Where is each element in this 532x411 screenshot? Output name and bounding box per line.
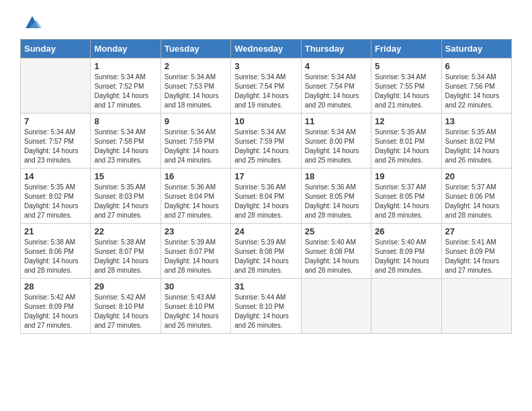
calendar-cell: 5Sunrise: 5:34 AMSunset: 7:55 PMDaylight… [371,58,441,113]
calendar-week-2: 7Sunrise: 5:34 AMSunset: 7:57 PMDaylight… [21,113,512,169]
day-number: 4 [305,61,367,71]
calendar-cell: 17Sunrise: 5:36 AMSunset: 8:04 PMDayligh… [231,169,301,224]
day-info: Sunrise: 5:35 AMSunset: 8:02 PMDaylight:… [445,128,508,165]
day-number: 6 [445,61,508,71]
day-number: 3 [234,61,297,71]
day-number: 15 [94,171,157,181]
day-number: 20 [445,171,508,181]
day-info: Sunrise: 5:34 AMSunset: 7:53 PMDaylight:… [165,73,227,110]
day-number: 13 [445,116,508,126]
day-number: 23 [165,226,227,236]
day-info: Sunrise: 5:34 AMSunset: 7:58 PMDaylight:… [94,128,157,165]
day-number: 11 [305,116,367,126]
calendar-cell: 8Sunrise: 5:34 AMSunset: 7:58 PMDaylight… [91,113,161,169]
header-monday: Monday [91,40,161,58]
calendar-cell: 26Sunrise: 5:40 AMSunset: 8:09 PMDayligh… [371,224,441,279]
day-number: 21 [24,226,87,236]
day-number: 24 [234,226,297,236]
calendar-cell: 31Sunrise: 5:44 AMSunset: 8:10 PMDayligh… [231,279,301,334]
header-saturday: Saturday [441,40,511,58]
day-info: Sunrise: 5:34 AMSunset: 7:59 PMDaylight:… [165,128,227,165]
calendar-cell: 25Sunrise: 5:40 AMSunset: 8:08 PMDayligh… [301,224,371,279]
calendar-cell: 3Sunrise: 5:34 AMSunset: 7:54 PMDaylight… [231,58,301,113]
day-number: 27 [445,226,508,236]
calendar-week-1: 1Sunrise: 5:34 AMSunset: 7:52 PMDaylight… [21,58,512,113]
day-info: Sunrise: 5:38 AMSunset: 8:06 PMDaylight:… [24,238,87,275]
calendar-cell: 9Sunrise: 5:34 AMSunset: 7:59 PMDaylight… [161,113,230,169]
day-info: Sunrise: 5:42 AMSunset: 8:09 PMDaylight:… [24,293,87,330]
day-number: 22 [94,226,157,236]
header-friday: Friday [371,40,441,58]
day-number: 28 [24,281,87,291]
calendar-cell: 1Sunrise: 5:34 AMSunset: 7:52 PMDaylight… [91,58,161,113]
day-number: 8 [94,116,157,126]
day-number: 25 [305,226,367,236]
header [20,13,512,32]
day-number: 16 [165,171,227,181]
day-number: 5 [375,61,437,71]
calendar-cell: 24Sunrise: 5:39 AMSunset: 8:08 PMDayligh… [231,224,301,279]
day-info: Sunrise: 5:34 AMSunset: 7:59 PMDaylight:… [234,128,297,165]
day-info: Sunrise: 5:43 AMSunset: 8:10 PMDaylight:… [165,293,227,330]
header-tuesday: Tuesday [161,40,230,58]
calendar: SundayMondayTuesdayWednesdayThursdayFrid… [20,39,512,334]
day-info: Sunrise: 5:36 AMSunset: 8:05 PMDaylight:… [305,183,367,220]
day-info: Sunrise: 5:42 AMSunset: 8:10 PMDaylight:… [94,293,157,330]
day-number: 19 [375,171,437,181]
day-number: 17 [234,171,297,181]
day-info: Sunrise: 5:34 AMSunset: 7:54 PMDaylight:… [234,73,297,110]
day-number: 7 [24,116,87,126]
calendar-week-3: 14Sunrise: 5:35 AMSunset: 8:02 PMDayligh… [21,169,512,224]
day-info: Sunrise: 5:36 AMSunset: 8:04 PMDaylight:… [165,183,227,220]
calendar-cell: 6Sunrise: 5:34 AMSunset: 7:56 PMDaylight… [441,58,511,113]
calendar-cell: 20Sunrise: 5:37 AMSunset: 8:06 PMDayligh… [441,169,511,224]
calendar-cell: 14Sunrise: 5:35 AMSunset: 8:02 PMDayligh… [21,169,91,224]
day-info: Sunrise: 5:34 AMSunset: 7:54 PMDaylight:… [305,73,367,110]
day-number: 29 [94,281,157,291]
day-number: 9 [165,116,227,126]
calendar-cell: 21Sunrise: 5:38 AMSunset: 8:06 PMDayligh… [21,224,91,279]
calendar-week-4: 21Sunrise: 5:38 AMSunset: 8:06 PMDayligh… [21,224,512,279]
day-number: 26 [375,226,437,236]
header-thursday: Thursday [301,40,371,58]
calendar-cell [441,279,511,334]
day-info: Sunrise: 5:34 AMSunset: 7:52 PMDaylight:… [94,73,157,110]
calendar-cell: 4Sunrise: 5:34 AMSunset: 7:54 PMDaylight… [301,58,371,113]
header-sunday: Sunday [21,40,91,58]
logo [20,13,42,32]
day-info: Sunrise: 5:39 AMSunset: 8:07 PMDaylight:… [165,238,227,275]
calendar-cell: 27Sunrise: 5:41 AMSunset: 8:09 PMDayligh… [441,224,511,279]
calendar-cell: 12Sunrise: 5:35 AMSunset: 8:01 PMDayligh… [371,113,441,169]
day-info: Sunrise: 5:39 AMSunset: 8:08 PMDaylight:… [234,238,297,275]
logo-icon [23,13,42,32]
calendar-cell: 23Sunrise: 5:39 AMSunset: 8:07 PMDayligh… [161,224,230,279]
day-info: Sunrise: 5:40 AMSunset: 8:09 PMDaylight:… [375,238,437,275]
calendar-cell: 29Sunrise: 5:42 AMSunset: 8:10 PMDayligh… [91,279,161,334]
calendar-cell: 15Sunrise: 5:35 AMSunset: 8:03 PMDayligh… [91,169,161,224]
day-info: Sunrise: 5:41 AMSunset: 8:09 PMDaylight:… [445,238,508,275]
calendar-cell: 13Sunrise: 5:35 AMSunset: 8:02 PMDayligh… [441,113,511,169]
day-info: Sunrise: 5:35 AMSunset: 8:03 PMDaylight:… [94,183,157,220]
calendar-cell: 10Sunrise: 5:34 AMSunset: 7:59 PMDayligh… [231,113,301,169]
day-number: 30 [165,281,227,291]
day-number: 14 [24,171,87,181]
day-info: Sunrise: 5:37 AMSunset: 8:05 PMDaylight:… [375,183,437,220]
calendar-cell: 16Sunrise: 5:36 AMSunset: 8:04 PMDayligh… [161,169,230,224]
day-number: 12 [375,116,437,126]
calendar-cell: 7Sunrise: 5:34 AMSunset: 7:57 PMDaylight… [21,113,91,169]
calendar-cell [301,279,371,334]
day-info: Sunrise: 5:35 AMSunset: 8:01 PMDaylight:… [375,128,437,165]
calendar-week-5: 28Sunrise: 5:42 AMSunset: 8:09 PMDayligh… [21,279,512,334]
day-info: Sunrise: 5:35 AMSunset: 8:02 PMDaylight:… [24,183,87,220]
day-info: Sunrise: 5:40 AMSunset: 8:08 PMDaylight:… [305,238,367,275]
calendar-cell: 30Sunrise: 5:43 AMSunset: 8:10 PMDayligh… [161,279,230,334]
calendar-cell: 18Sunrise: 5:36 AMSunset: 8:05 PMDayligh… [301,169,371,224]
calendar-cell: 2Sunrise: 5:34 AMSunset: 7:53 PMDaylight… [161,58,230,113]
calendar-cell: 19Sunrise: 5:37 AMSunset: 8:05 PMDayligh… [371,169,441,224]
day-info: Sunrise: 5:37 AMSunset: 8:06 PMDaylight:… [445,183,508,220]
calendar-cell: 22Sunrise: 5:38 AMSunset: 8:07 PMDayligh… [91,224,161,279]
day-info: Sunrise: 5:34 AMSunset: 8:00 PMDaylight:… [305,128,367,165]
day-info: Sunrise: 5:44 AMSunset: 8:10 PMDaylight:… [234,293,297,330]
calendar-cell: 11Sunrise: 5:34 AMSunset: 8:00 PMDayligh… [301,113,371,169]
day-info: Sunrise: 5:34 AMSunset: 7:55 PMDaylight:… [375,73,437,110]
